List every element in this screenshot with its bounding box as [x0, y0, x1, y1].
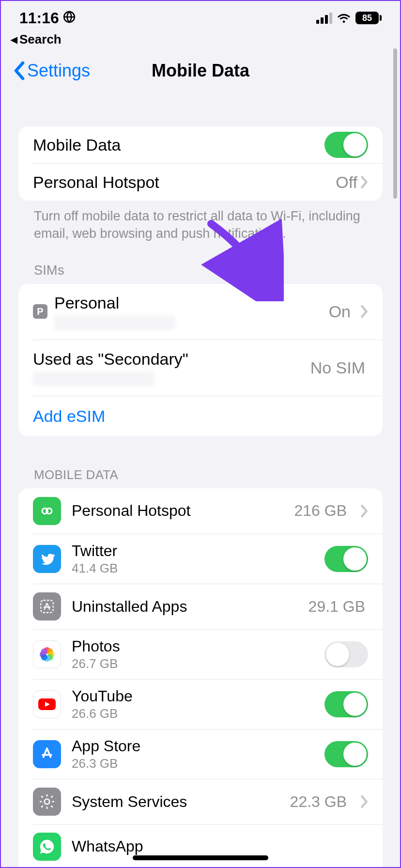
wifi-icon [337, 13, 351, 23]
gear-icon [33, 788, 61, 816]
uninstalled-apps-icon [33, 592, 61, 620]
status-right: 85 [316, 12, 382, 24]
back-to-search[interactable]: ◀ Search [1, 32, 400, 47]
chevron-right-icon [360, 305, 368, 318]
sims-group: P Personal On Used as "Secondary" No SIM… [18, 284, 383, 436]
sim-secondary-detail-redacted [33, 372, 154, 386]
personal-hotspot-row[interactable]: Personal Hotspot Off [18, 164, 383, 201]
youtube-icon [33, 690, 61, 718]
app-row-uninstalled: Uninstalled Apps 29.1 GB [33, 584, 383, 629]
add-esim-button[interactable]: Add eSIM [18, 396, 383, 436]
app-name: WhatsApp [72, 837, 368, 855]
app-name: Uninstalled Apps [72, 598, 298, 616]
app-size: 41.4 GB [72, 561, 314, 576]
sim-personal-name: Personal [54, 294, 322, 312]
app-size: 26.6 GB [72, 706, 314, 721]
sim-personal-row[interactable]: P Personal On [18, 284, 383, 340]
chevron-right-icon [360, 504, 368, 518]
mobile-data-toggle[interactable] [324, 132, 368, 158]
hotspot-icon [33, 497, 61, 525]
appstore-icon [33, 740, 61, 768]
nav-back-label: Settings [27, 61, 90, 81]
nav-back-button[interactable]: Settings [13, 61, 90, 81]
svg-point-13 [45, 799, 50, 805]
sim-secondary-value: No SIM [310, 358, 365, 377]
youtube-toggle[interactable] [324, 691, 368, 717]
scroll-indicator [393, 48, 397, 199]
app-size: 26.3 GB [72, 756, 314, 771]
mobile-data-row[interactable]: Mobile Data [18, 126, 383, 163]
sims-header: SIMs [18, 263, 383, 284]
app-row-whatsapp[interactable]: WhatsApp [33, 824, 383, 868]
sim-personal-detail-redacted [54, 315, 175, 330]
app-name: YouTube [72, 687, 314, 705]
svg-rect-3 [41, 601, 53, 613]
app-name: App Store [72, 737, 314, 755]
twitter-toggle[interactable] [324, 546, 368, 572]
app-name: Twitter [72, 542, 314, 560]
svg-point-11 [41, 648, 47, 654]
back-triangle-icon: ◀ [11, 34, 17, 45]
usage-group: Personal Hotspot 216 GB Twitter 41.4 GB … [18, 488, 383, 868]
battery-icon: 85 [355, 12, 382, 24]
app-value: 29.1 GB [308, 598, 365, 616]
nav-bar: Settings Mobile Data [1, 51, 400, 91]
app-name: Photos [72, 637, 314, 655]
sim-badge-icon: P [33, 304, 47, 319]
home-indicator[interactable] [133, 855, 268, 860]
app-row-system-services[interactable]: System Services 22.3 GB [33, 779, 383, 824]
status-bar: 11:16 85 [1, 1, 400, 30]
back-search-label: Search [19, 32, 62, 47]
app-name: System Services [72, 793, 279, 811]
globe-icon [63, 9, 76, 27]
photos-icon [33, 640, 61, 668]
appstore-toggle[interactable] [324, 741, 368, 767]
app-row-twitter[interactable]: Twitter 41.4 GB [33, 534, 383, 584]
app-row-photos[interactable]: Photos 26.7 GB [33, 629, 383, 679]
app-value: 216 GB [294, 502, 347, 520]
app-row-youtube[interactable]: YouTube 26.6 GB [33, 679, 383, 729]
status-left: 11:16 [19, 9, 76, 27]
sim-personal-value: On [329, 302, 351, 321]
chevron-right-icon [360, 795, 368, 808]
app-value: 22.3 GB [290, 793, 347, 811]
mobile-data-label: Mobile Data [33, 136, 324, 155]
mobile-data-footer: Turn off mobile data to restrict all dat… [18, 201, 383, 243]
chevron-right-icon [360, 175, 368, 189]
cellular-signal-icon [316, 13, 332, 24]
sim-secondary-name: Used as "Secondary" [33, 350, 304, 369]
mobile-data-group: Mobile Data Personal Hotspot Off [18, 126, 383, 201]
mobile-data-usage-header: MOBILE DATA [18, 467, 383, 488]
whatsapp-icon [33, 833, 61, 861]
status-time: 11:16 [19, 9, 59, 27]
photos-toggle[interactable] [324, 641, 368, 667]
app-row-appstore[interactable]: App Store 26.3 GB [33, 729, 383, 779]
personal-hotspot-value: Off [336, 173, 357, 192]
app-size: 26.7 GB [72, 656, 314, 671]
sim-secondary-row[interactable]: Used as "Secondary" No SIM [18, 340, 383, 396]
app-name: Personal Hotspot [72, 502, 283, 520]
personal-hotspot-label: Personal Hotspot [33, 173, 336, 192]
app-row-personal-hotspot[interactable]: Personal Hotspot 216 GB [18, 488, 383, 534]
chevron-left-icon [13, 61, 25, 80]
twitter-icon [33, 545, 61, 573]
battery-percent: 85 [362, 13, 372, 23]
